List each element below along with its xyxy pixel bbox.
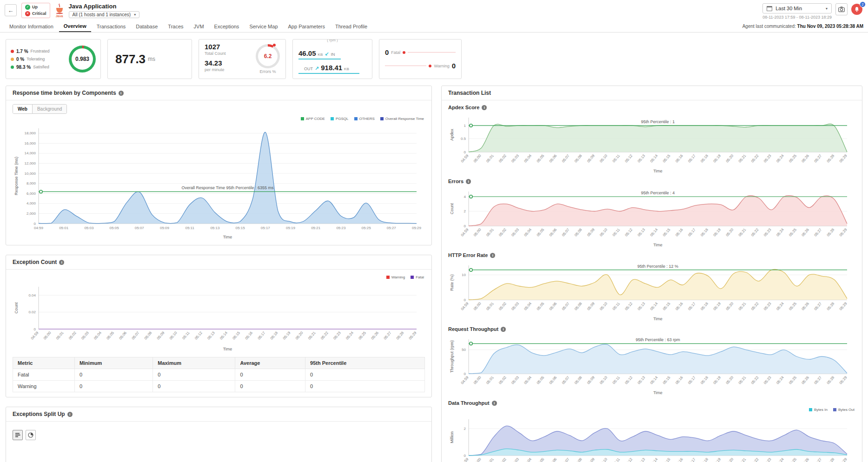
svg-text:05:00: 05:00: [473, 301, 482, 311]
exception-count-panel: Exception Count i WarningFatal 00.020.04…: [6, 255, 432, 397]
bytes-out-row: OUT ↗ 918.41 KB: [298, 64, 359, 74]
svg-text:05:20: 05:20: [725, 375, 735, 385]
response-time-unit: ms: [148, 56, 155, 62]
screenshot-button[interactable]: [835, 3, 848, 15]
svg-text:05:25: 05:25: [362, 226, 371, 230]
satisfied-value: 98.3 %: [16, 65, 31, 70]
legend-item[interactable]: Warning: [386, 275, 405, 279]
tab-jvm[interactable]: JVM: [189, 21, 209, 32]
svg-text:05:21: 05:21: [738, 227, 747, 238]
toggle-background[interactable]: Background: [33, 105, 66, 113]
svg-text:05:01: 05:01: [485, 375, 495, 385]
back-icon: ←: [8, 7, 14, 14]
legend-label: Warning: [391, 275, 405, 279]
per-minute-value: 34.23: [205, 59, 226, 67]
tab-transactions[interactable]: Transactions: [92, 21, 131, 32]
legend-item[interactable]: Overall Response Time: [380, 117, 424, 121]
legend-swatch-icon: [331, 117, 334, 120]
svg-text:05:25: 05:25: [358, 330, 367, 341]
info-icon[interactable]: i: [59, 260, 64, 265]
svg-text:05:22: 05:22: [750, 153, 760, 164]
svg-text:05:18: 05:18: [700, 301, 709, 311]
cell: 0: [235, 369, 305, 381]
svg-text:05:22: 05:22: [750, 375, 760, 385]
bar-view-button[interactable]: [13, 430, 23, 440]
host-instance-dropdown[interactable]: All (1 hosts and 1 instances) ▾: [69, 11, 140, 18]
legend-item[interactable]: OTHERS: [354, 117, 375, 121]
svg-text:18,000: 18,000: [25, 131, 36, 135]
svg-text:10,000: 10,000: [25, 172, 36, 176]
svg-text:05:00: 05:00: [473, 457, 482, 462]
legend-swatch-icon: [411, 276, 414, 279]
tab-database[interactable]: Database: [131, 21, 162, 32]
info-icon[interactable]: i: [119, 91, 124, 96]
count-column: 1027 Total Count 34.23 per minute: [205, 43, 226, 75]
alarms-button[interactable]: 2: [851, 3, 863, 15]
warning-divider: [385, 66, 426, 66]
tab-monitor-information[interactable]: Monitor Information: [5, 21, 58, 32]
svg-text:05:18: 05:18: [700, 457, 709, 462]
time-range-dropdown[interactable]: Last 30 Min ▾: [762, 3, 832, 13]
tab-overview[interactable]: Overview: [59, 21, 91, 32]
info-icon[interactable]: i: [490, 253, 495, 258]
tab-exceptions[interactable]: Exceptions: [210, 21, 244, 32]
svg-text:05:20: 05:20: [725, 153, 735, 164]
svg-text:05:15: 05:15: [662, 457, 671, 462]
svg-text:95th Percentile : 12 %: 95th Percentile : 12 %: [637, 264, 678, 269]
svg-text:05:07: 05:07: [561, 227, 570, 238]
tab-app-parameters[interactable]: App Parameters: [284, 21, 330, 32]
rpm-partial-label: ( rpm ): [293, 39, 372, 42]
legend-item[interactable]: Fatal: [411, 275, 424, 279]
tab-thread-profile[interactable]: Thread Profile: [331, 21, 372, 32]
info-icon[interactable]: i: [492, 401, 497, 406]
svg-text:05:01: 05:01: [485, 301, 495, 311]
svg-text:05:06: 05:06: [118, 330, 127, 341]
col-minimum: Minimum: [74, 357, 152, 369]
svg-text:05:19: 05:19: [286, 226, 296, 230]
svg-text:05:29: 05:29: [839, 227, 848, 238]
toggle-web[interactable]: Web: [13, 105, 33, 113]
svg-text:05:14: 05:14: [649, 153, 659, 164]
info-icon[interactable]: i: [482, 105, 487, 110]
svg-text:Million: Million: [450, 431, 454, 443]
exceptions-view-switch: [13, 425, 425, 462]
svg-text:05:19: 05:19: [712, 375, 722, 385]
svg-text:05:06: 05:06: [549, 457, 558, 462]
col-average: Average: [235, 357, 305, 369]
svg-text:05:08: 05:08: [574, 153, 583, 164]
info-icon[interactable]: i: [501, 327, 506, 332]
cell: 0: [305, 381, 425, 392]
svg-text:05:03: 05:03: [84, 226, 94, 230]
svg-text:05:28: 05:28: [826, 227, 835, 238]
svg-text:05:29: 05:29: [408, 330, 417, 341]
warning-value: 0: [452, 62, 456, 70]
tab-service-map[interactable]: Service Map: [245, 21, 282, 32]
svg-text:05:21: 05:21: [311, 226, 321, 230]
col-maximum: Maximum: [153, 357, 235, 369]
svg-text:05:10: 05:10: [599, 375, 608, 385]
svg-text:05:19: 05:19: [712, 153, 722, 164]
tolerating-value: 0 %: [16, 57, 24, 62]
svg-text:05:12: 05:12: [624, 457, 633, 462]
legend-item[interactable]: Bytes Out: [833, 408, 855, 412]
back-button[interactable]: ←: [5, 4, 17, 16]
svg-text:04:59: 04:59: [34, 226, 44, 230]
svg-text:05:27: 05:27: [813, 375, 822, 385]
legend-item[interactable]: APP CODE: [301, 117, 325, 121]
svg-text:05:02: 05:02: [498, 375, 507, 385]
tab-traces[interactable]: Traces: [163, 21, 188, 32]
info-icon[interactable]: i: [67, 412, 73, 417]
legend-label: OTHERS: [359, 117, 375, 121]
pie-view-button[interactable]: [26, 430, 36, 440]
response-time-chart: 02,0004,0006,0008,00010,00012,00014,0001…: [13, 122, 425, 240]
svg-text:05:21: 05:21: [738, 301, 747, 311]
legend-item[interactable]: Bytes In: [809, 408, 828, 412]
critical-cross-icon: ✕: [25, 11, 30, 16]
svg-text:05:15: 05:15: [662, 301, 671, 311]
transaction-list-panel: Transaction List Apdex Score i 00.5104:5…: [441, 86, 862, 462]
exception-table-header-row: Metric Minimum Maximum Average 95th Perc…: [13, 357, 425, 369]
info-icon[interactable]: i: [466, 179, 471, 184]
legend-item[interactable]: PGSQL: [331, 117, 349, 121]
http-error-rate-chart: 01004:5905:0005:0105:0205:0305:0405:0505…: [448, 259, 855, 322]
exception-count-panel-header: Exception Count i: [6, 255, 431, 270]
